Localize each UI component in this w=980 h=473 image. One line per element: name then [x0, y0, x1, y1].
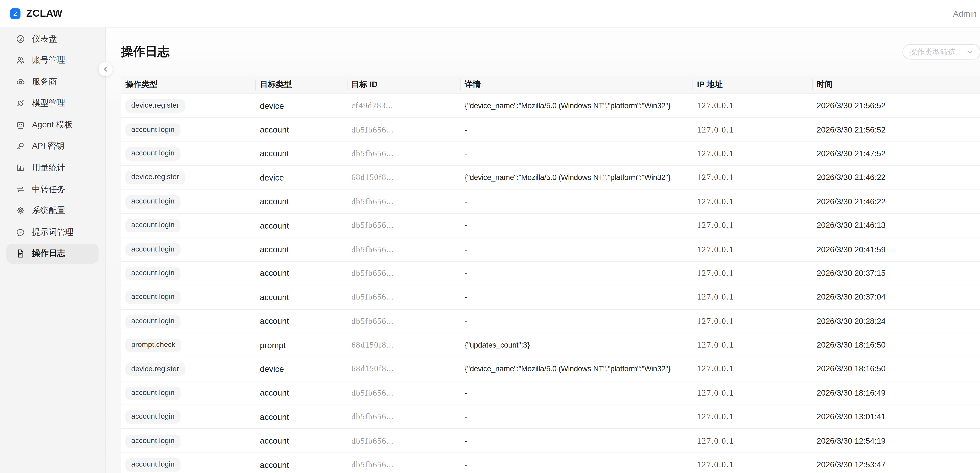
table-row: account.login account db5fb656... - 127.…: [121, 405, 980, 429]
ip-cell: 127.0.0.1: [692, 412, 812, 422]
details-cell: -: [460, 221, 692, 230]
sidebar-item-api-keys[interactable]: API 密钥: [6, 136, 99, 156]
target-type-cell: account: [255, 149, 347, 158]
sidebar-item-prompts[interactable]: 提示词管理: [6, 222, 99, 242]
sidebar-collapse-button[interactable]: [99, 62, 113, 76]
column-header-time: 时间: [812, 79, 980, 90]
target-type-cell: account: [255, 197, 347, 206]
gear-icon: [15, 205, 25, 216]
time-cell: 2026/3/30 13:01:41: [812, 412, 980, 422]
sidebar-item-agent-templates[interactable]: Agent 模板: [6, 115, 99, 135]
operation-type-tag: account.login: [126, 147, 180, 161]
sidebar-item-relay-tasks[interactable]: 中转任务: [6, 179, 99, 199]
target-id-cell: db5fb656...: [347, 220, 460, 231]
ip-cell: 127.0.0.1: [692, 388, 812, 398]
users-icon: [15, 55, 25, 65]
ip-cell: 127.0.0.1: [692, 340, 812, 350]
time-cell: 2026/3/30 21:46:22: [812, 173, 980, 182]
sidebar-item-providers[interactable]: 服务商: [6, 72, 99, 92]
time-cell: 2026/3/30 20:37:04: [812, 293, 980, 302]
details-cell: -: [460, 460, 692, 469]
operation-log-table: 操作类型 目标类型 目标 ID 详情 IP 地址 时间 device.regis…: [121, 75, 980, 473]
top-bar: Z ZCLAW Admin: [0, 0, 980, 27]
target-id-cell: 68d150f8...: [347, 172, 460, 183]
details-cell: -: [460, 269, 692, 278]
table-row: account.login account db5fb656... - 127.…: [121, 429, 980, 453]
operation-type-tag: account.login: [126, 219, 180, 233]
operation-type-tag: device.register: [126, 99, 185, 113]
table-row: account.login account db5fb656... - 127.…: [121, 381, 980, 405]
details-cell: -: [460, 412, 692, 422]
target-type-cell: account: [255, 269, 347, 278]
details-cell: -: [460, 245, 692, 254]
target-type-cell: account: [255, 316, 347, 326]
sidebar: 仪表盘 账号管理 服务商 模型管理 Agent 模板 API 密钥 用量统计: [0, 27, 106, 473]
table-row: account.login account db5fb656... - 127.…: [121, 213, 980, 237]
details-cell: -: [460, 389, 692, 398]
chevron-down-icon: [966, 48, 974, 56]
ip-cell: 127.0.0.1: [692, 220, 812, 231]
brand-logo-icon: Z: [10, 8, 21, 19]
sidebar-item-system-config[interactable]: 系统配置: [6, 201, 99, 221]
table-body: device.register device cf49d783... {"dev…: [121, 94, 980, 473]
cloud-icon: [15, 76, 25, 87]
sidebar-item-label: 仪表盘: [32, 33, 57, 45]
user-menu[interactable]: Admin: [953, 9, 977, 18]
ip-cell: 127.0.0.1: [692, 364, 812, 374]
sidebar-item-models[interactable]: 模型管理: [6, 93, 99, 113]
target-id-cell: db5fb656...: [347, 412, 460, 422]
time-cell: 2026/3/30 21:46:22: [812, 197, 980, 206]
sidebar-item-usage-stats[interactable]: 用量统计: [6, 158, 99, 178]
time-cell: 2026/3/30 21:46:13: [812, 221, 980, 230]
operation-type-tag: account.login: [126, 435, 180, 448]
target-type-cell: account: [255, 125, 347, 134]
time-cell: 2026/3/30 12:53:47: [812, 460, 980, 469]
ip-cell: 127.0.0.1: [692, 268, 812, 278]
sidebar-item-label: 操作日志: [32, 248, 65, 260]
operation-type-tag: account.login: [126, 387, 180, 400]
operation-type-tag: account.login: [126, 123, 180, 137]
operation-type-tag: account.login: [126, 411, 180, 424]
details-cell: -: [460, 317, 692, 326]
ip-cell: 127.0.0.1: [692, 148, 812, 159]
table-row: account.login account db5fb656... - 127.…: [121, 262, 980, 286]
operation-type-tag: account.login: [126, 315, 180, 328]
operation-type-tag: device.register: [126, 171, 185, 185]
ip-cell: 127.0.0.1: [692, 436, 812, 446]
target-id-cell: db5fb656...: [347, 148, 460, 159]
time-cell: 2026/3/30 21:47:52: [812, 149, 980, 158]
time-cell: 2026/3/30 21:56:52: [812, 125, 980, 134]
sidebar-item-dashboard[interactable]: 仪表盘: [6, 29, 99, 49]
time-cell: 2026/3/30 18:16:50: [812, 365, 980, 374]
details-cell: -: [460, 125, 692, 134]
sidebar-item-label: 账号管理: [32, 54, 65, 66]
sidebar-item-label: 提示词管理: [32, 226, 73, 238]
robot-icon: [15, 119, 25, 130]
target-id-cell: db5fb656...: [347, 196, 460, 207]
app-window: Z ZCLAW Admin 仪表盘 账号管理 服务商 模型管理 Agent 模板: [0, 0, 980, 473]
sidebar-item-label: Agent 模板: [32, 119, 73, 131]
sidebar-item-label: 模型管理: [32, 97, 65, 109]
sidebar-item-accounts[interactable]: 账号管理: [6, 50, 99, 70]
table-row: account.login account db5fb656... - 127.…: [121, 190, 980, 213]
table-row: account.login account db5fb656... - 127.…: [121, 118, 980, 142]
app-body: 仪表盘 账号管理 服务商 模型管理 Agent 模板 API 密钥 用量统计: [0, 27, 980, 473]
time-cell: 2026/3/30 12:54:19: [812, 436, 980, 445]
document-icon: [15, 248, 25, 259]
target-type-cell: account: [255, 293, 347, 302]
brand-name: ZCLAW: [26, 8, 62, 19]
operation-type-tag: account.login: [126, 291, 180, 304]
target-id-cell: 68d150f8...: [347, 340, 460, 350]
operation-type-tag: account.login: [126, 243, 180, 256]
ip-cell: 127.0.0.1: [692, 292, 812, 302]
details-cell: {"updates_count":3}: [460, 341, 692, 349]
table-row: account.login account db5fb656... - 127.…: [121, 142, 980, 166]
ip-cell: 127.0.0.1: [692, 244, 812, 255]
column-header-ip: IP 地址: [692, 79, 812, 90]
details-cell: -: [460, 197, 692, 206]
operation-type-filter-select[interactable]: 操作类型筛选: [902, 44, 980, 59]
sidebar-item-operation-logs[interactable]: 操作日志: [6, 244, 99, 264]
target-id-cell: db5fb656...: [347, 268, 460, 278]
target-type-cell: account: [255, 460, 347, 470]
target-type-cell: account: [255, 244, 347, 254]
